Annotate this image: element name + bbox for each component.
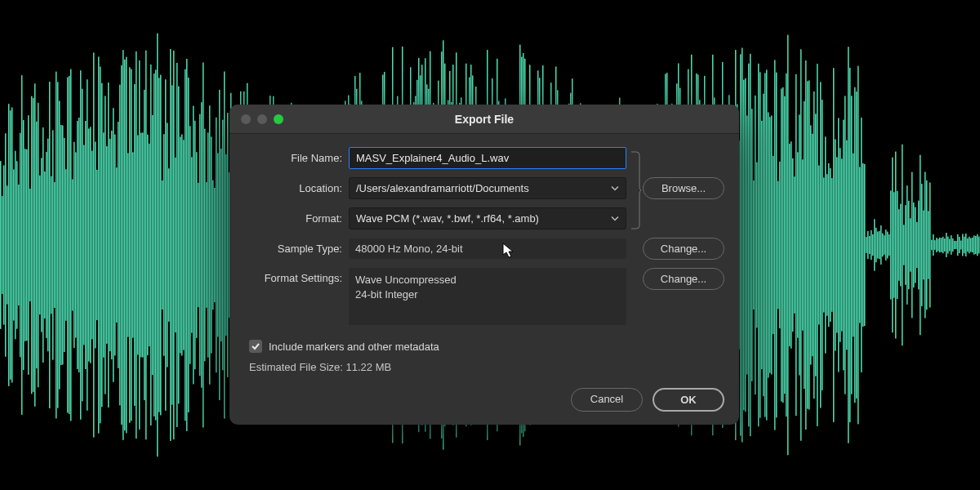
svg-rect-477: [777, 181, 779, 310]
svg-rect-491: [800, 49, 802, 440]
svg-rect-527: [859, 167, 861, 323]
svg-rect-108: [175, 158, 176, 332]
svg-rect-38: [60, 125, 62, 365]
ok-button[interactable]: OK: [653, 388, 724, 412]
svg-rect-89: [144, 90, 145, 400]
svg-rect-134: [217, 154, 219, 337]
svg-rect-23: [36, 122, 38, 368]
svg-rect-74: [119, 85, 121, 406]
sample-type-value: 48000 Hz Mono, 24-bit: [349, 238, 626, 259]
svg-rect-563: [918, 201, 920, 290]
svg-rect-462: [753, 180, 755, 310]
file-name-input[interactable]: [349, 147, 626, 169]
window-close-button[interactable]: [241, 114, 251, 124]
svg-rect-55: [88, 128, 90, 361]
svg-rect-112: [181, 134, 183, 355]
svg-rect-479: [781, 88, 782, 401]
svg-rect-68: [109, 139, 111, 351]
svg-rect-514: [838, 118, 840, 372]
svg-rect-29: [46, 152, 47, 338]
svg-rect-470: [766, 69, 768, 420]
svg-rect-124: [201, 102, 203, 388]
svg-rect-539: [879, 231, 880, 259]
svg-rect-30: [47, 139, 49, 352]
svg-rect-545: [889, 234, 890, 256]
svg-rect-28: [44, 172, 46, 318]
svg-rect-27: [42, 127, 44, 363]
svg-rect-7: [10, 110, 11, 380]
svg-rect-559: [911, 172, 913, 318]
location-dropdown[interactable]: /Users/alexandramarriott/Documents: [349, 177, 626, 199]
svg-rect-464: [756, 163, 758, 328]
file-name-label: File Name:: [244, 152, 342, 164]
svg-rect-101: [163, 134, 165, 355]
window-minimize-button[interactable]: [257, 114, 267, 124]
svg-rect-78: [126, 57, 127, 434]
change-format-settings-button[interactable]: Change...: [643, 268, 724, 290]
svg-rect-64: [103, 132, 105, 357]
include-metadata-checkbox[interactable]: [249, 340, 262, 353]
svg-rect-517: [843, 120, 844, 371]
svg-rect-73: [118, 122, 119, 368]
svg-rect-100: [162, 180, 163, 310]
svg-rect-534: [871, 230, 872, 260]
svg-rect-57: [91, 151, 93, 340]
svg-rect-122: [198, 183, 199, 307]
svg-rect-597: [973, 235, 975, 254]
svg-rect-39: [62, 125, 64, 364]
svg-rect-46: [74, 142, 75, 348]
svg-rect-117: [189, 126, 191, 363]
svg-rect-62: [100, 67, 101, 424]
svg-rect-463: [755, 96, 756, 394]
svg-rect-50: [80, 70, 82, 419]
estimated-size-value: 11.22 MB: [346, 361, 392, 373]
svg-rect-530: [864, 164, 866, 326]
format-value: Wave PCM (*.wav, *.bwf, *.rf64, *.amb): [356, 212, 539, 225]
svg-rect-476: [776, 73, 777, 418]
svg-rect-543: [885, 229, 887, 261]
svg-rect-97: [157, 33, 158, 457]
svg-rect-102: [165, 79, 167, 411]
svg-rect-110: [178, 87, 180, 403]
svg-rect-80: [129, 67, 131, 422]
browse-button[interactable]: Browse...: [643, 177, 724, 199]
svg-rect-85: [137, 136, 139, 355]
sample-type-label: Sample Type:: [244, 243, 342, 255]
svg-rect-115: [186, 59, 188, 431]
svg-rect-104: [168, 168, 170, 322]
svg-rect-95: [154, 74, 155, 416]
svg-rect-532: [867, 231, 869, 259]
svg-rect-557: [908, 201, 910, 289]
cancel-button[interactable]: Cancel: [571, 388, 643, 412]
svg-rect-483: [787, 35, 789, 456]
svg-rect-467: [761, 121, 763, 369]
svg-rect-33: [52, 130, 54, 359]
svg-rect-77: [124, 60, 126, 430]
format-dropdown[interactable]: Wave PCM (*.wav, *.bwf, *.rf64, *.amb): [349, 207, 626, 229]
svg-rect-495: [807, 81, 808, 408]
svg-rect-468: [763, 94, 764, 397]
svg-rect-537: [875, 228, 877, 262]
svg-rect-121: [196, 152, 198, 338]
svg-rect-118: [191, 157, 193, 332]
svg-rect-565: [921, 184, 923, 306]
svg-rect-63: [101, 83, 103, 408]
change-sample-type-button[interactable]: Change...: [643, 238, 724, 260]
svg-rect-26: [41, 158, 42, 332]
svg-rect-88: [142, 132, 144, 357]
svg-rect-595: [970, 238, 972, 252]
svg-rect-501: [817, 64, 818, 426]
svg-rect-40: [64, 138, 65, 352]
svg-rect-529: [862, 163, 864, 327]
svg-rect-106: [172, 85, 173, 404]
svg-rect-519: [846, 140, 848, 350]
svg-rect-51: [82, 89, 83, 402]
window-zoom-button[interactable]: [274, 114, 283, 124]
svg-rect-3: [3, 165, 5, 324]
svg-rect-56: [90, 127, 91, 363]
svg-rect-576: [939, 238, 941, 252]
svg-rect-493: [804, 101, 805, 389]
svg-rect-54: [87, 79, 88, 410]
svg-rect-93: [150, 65, 152, 425]
include-metadata-label: Include markers and other metadata: [269, 341, 439, 353]
